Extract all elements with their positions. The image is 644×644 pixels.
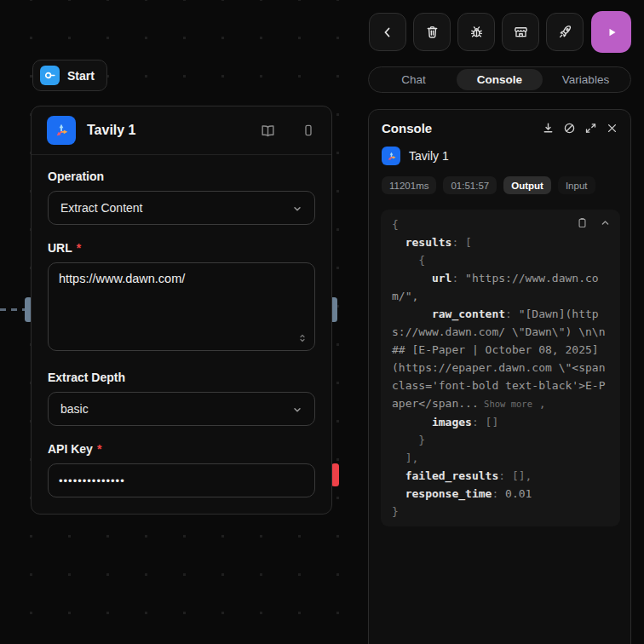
- required-asterisk: *: [97, 442, 101, 456]
- expand-icon[interactable]: [584, 121, 598, 135]
- input-toggle[interactable]: Input: [558, 176, 595, 194]
- debug-button[interactable]: [457, 13, 495, 51]
- back-button[interactable]: [369, 13, 406, 51]
- node-form: Operation Extract Content URL * https://…: [32, 155, 331, 497]
- close-icon[interactable]: [605, 121, 619, 135]
- docs-book-icon[interactable]: [260, 123, 276, 139]
- start-icon: [40, 66, 60, 85]
- extract-depth-select[interactable]: basic: [48, 392, 315, 426]
- url-label: URL *: [48, 241, 315, 255]
- play-icon: [603, 24, 620, 41]
- start-node[interactable]: Start: [32, 60, 107, 91]
- download-icon[interactable]: [541, 121, 555, 135]
- bug-icon: [469, 24, 485, 40]
- console-output-block: { results: [ { url: "https://www.dawn.co…: [381, 210, 620, 526]
- start-node-label: Start: [67, 69, 95, 83]
- chevron-down-icon: [290, 403, 304, 417]
- resize-handle-icon[interactable]: [297, 332, 308, 348]
- copy-icon[interactable]: [576, 216, 589, 229]
- operation-label: Operation: [48, 170, 315, 183]
- console-panel: Console: [368, 109, 631, 644]
- show-more-link[interactable]: Show more: [479, 399, 532, 409]
- panel-tabbar: Chat Console Variables: [368, 66, 631, 93]
- store-button[interactable]: [502, 13, 539, 51]
- api-key-label: API Key *: [48, 442, 315, 456]
- rocket-icon: [557, 24, 573, 40]
- app-window: Start Tavily 1: [0, 0, 644, 644]
- duration-badge: 11201ms: [382, 176, 436, 194]
- deploy-button[interactable]: [546, 13, 584, 51]
- trash-icon: [424, 24, 440, 40]
- storefront-icon: [513, 24, 529, 40]
- tab-console[interactable]: Console: [457, 69, 543, 90]
- console-code-text[interactable]: { results: [ { url: "https://www.dawn.co…: [381, 210, 620, 529]
- tavily-node-header: Tavily 1: [32, 106, 331, 155]
- run-button[interactable]: [591, 11, 631, 53]
- operation-select[interactable]: Extract Content: [48, 191, 315, 225]
- tab-chat[interactable]: Chat: [371, 69, 457, 90]
- node-title: Tavily 1: [87, 123, 249, 138]
- console-title: Console: [382, 121, 534, 135]
- tavily-node[interactable]: Tavily 1 Operation Extract Content: [31, 106, 332, 515]
- clear-console-icon[interactable]: [562, 121, 577, 135]
- output-toggle[interactable]: Output: [503, 176, 551, 194]
- extract-depth-label: Extract Depth: [48, 371, 315, 384]
- connection-edge: [0, 308, 26, 311]
- tab-variables[interactable]: Variables: [543, 69, 629, 90]
- tavily-logo-icon: [382, 147, 400, 165]
- error-output-handle[interactable]: [331, 463, 339, 486]
- api-key-input[interactable]: [48, 463, 315, 497]
- timestamp-badge: 01:51:57: [443, 176, 497, 194]
- required-asterisk: *: [77, 241, 81, 255]
- url-input[interactable]: https://www.dawn.com/: [48, 262, 315, 351]
- delete-button[interactable]: [413, 13, 451, 51]
- chevron-down-icon: [290, 202, 304, 216]
- collapse-icon[interactable]: [599, 216, 612, 229]
- console-node-name: Tavily 1: [409, 149, 449, 163]
- chevron-left-icon: [380, 25, 395, 40]
- tavily-logo-icon: [47, 116, 76, 145]
- mobile-icon[interactable]: [301, 123, 316, 138]
